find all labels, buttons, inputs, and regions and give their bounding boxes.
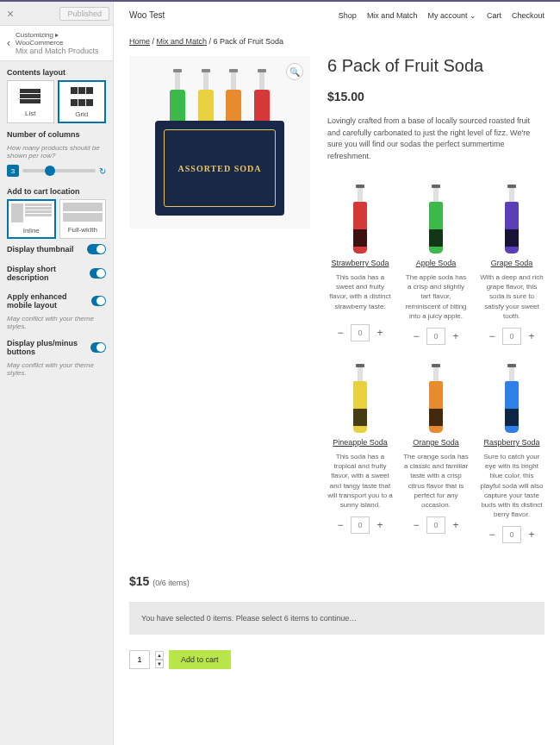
cart-location-fullwidth[interactable]: Full-width <box>59 199 107 239</box>
qty-stepper: ▲ ▼ <box>155 651 164 668</box>
variant-qty-row: − + <box>479 526 544 543</box>
nav-cart[interactable]: Cart <box>487 11 501 20</box>
breadcrumb-mix[interactable]: Mix and Match <box>157 37 208 46</box>
toggle-mobile-switch[interactable] <box>91 296 106 306</box>
product-info: 6 Pack of Fruit Soda $15.00 Lovingly cra… <box>327 56 544 543</box>
customizer-breadcrumb: Customizing ▸ WooCommerce Mix and Match … <box>16 31 106 55</box>
minus-button[interactable]: − <box>411 519 421 531</box>
main-nav: Shop Mix and Match My account ⌄ Cart Che… <box>339 11 544 20</box>
nav-mix[interactable]: Mix and Match <box>367 11 418 20</box>
total-price: $15 <box>129 574 149 588</box>
variant-item: Raspberry Soda Sure to catch your eye wi… <box>479 355 544 543</box>
minus-button[interactable]: − <box>411 330 421 342</box>
toggle-short-desc-switch[interactable] <box>90 268 106 279</box>
variant-item: Strawberry Soda This soda has a sweet an… <box>327 176 393 345</box>
variant-description: The apple soda has a crisp and slightly … <box>403 272 469 321</box>
inline-icon <box>11 203 52 224</box>
toggle-short-desc-label: Display short description <box>7 265 90 282</box>
back-arrow-icon[interactable]: ‹ <box>7 37 10 49</box>
toggle-mobile-layout: Apply enhanced mobile layout <box>0 287 113 315</box>
variant-description: The orange soda has a classic and famili… <box>403 452 469 510</box>
add-to-cart-button[interactable]: Add to cart <box>169 650 231 669</box>
variant-name-link[interactable]: Orange Soda <box>403 438 469 447</box>
nav-checkout[interactable]: Checkout <box>512 11 544 20</box>
variant-bottle <box>327 176 393 254</box>
toggle-plusminus-switch[interactable] <box>90 342 106 353</box>
close-icon[interactable]: × <box>3 7 17 21</box>
variants-grid: Strawberry Soda This soda has a sweet an… <box>327 176 544 543</box>
plus-button[interactable]: + <box>451 330 461 342</box>
customizer-panel: × Published ‹ Customizing ▸ WooCommerce … <box>0 2 114 745</box>
variant-qty-input[interactable] <box>351 516 370 534</box>
add-to-cart-row: ▲ ▼ Add to cart <box>114 642 560 678</box>
variant-qty-row: − + <box>479 328 544 345</box>
grid-label: Grid <box>61 110 103 118</box>
toggle-plusminus-hint: May conflict with your theme styles. <box>0 361 113 380</box>
columns-slider[interactable] <box>22 169 96 172</box>
variant-bottle <box>479 355 544 433</box>
cart-location-inline[interactable]: Inline <box>7 199 56 239</box>
qty-up-icon[interactable]: ▲ <box>155 651 164 660</box>
variant-item: Grape Soda With a deep and rich grape fl… <box>479 176 544 345</box>
minus-button[interactable]: − <box>335 327 345 339</box>
variant-qty-input[interactable] <box>426 516 445 534</box>
num-columns-hint: How many products should be shown per ro… <box>0 142 113 161</box>
columns-slider-row: 3 ↻ <box>0 161 113 180</box>
minus-button[interactable]: − <box>487 529 497 541</box>
variant-qty-input[interactable] <box>426 328 445 345</box>
reset-icon[interactable]: ↻ <box>99 166 106 176</box>
fullwidth-label: Full-width <box>63 226 103 234</box>
minus-button[interactable]: − <box>335 519 345 531</box>
site-header: Woo Test Shop Mix and Match My account ⌄… <box>114 2 560 28</box>
publish-button[interactable]: Published <box>59 7 109 21</box>
plus-button[interactable]: + <box>375 519 385 531</box>
variant-description: This soda has a sweet and fruity flavor,… <box>327 272 393 317</box>
variant-qty-row: − + <box>327 516 393 534</box>
toggle-thumbnail: Display thumbnail <box>0 239 113 260</box>
variant-description: This soda has a tropical and fruity flav… <box>327 452 393 510</box>
toggle-short-desc: Display short description <box>0 260 113 287</box>
minus-button[interactable]: − <box>487 330 497 342</box>
chevron-down-icon: ⌄ <box>470 11 476 20</box>
site-preview: Woo Test Shop Mix and Match My account ⌄… <box>114 2 560 745</box>
variant-qty-row: − + <box>403 328 469 345</box>
zoom-icon[interactable]: 🔍 <box>286 63 303 80</box>
plus-button[interactable]: + <box>451 519 461 531</box>
nav-shop[interactable]: Shop <box>339 11 357 20</box>
slider-thumb[interactable] <box>45 166 55 176</box>
product-price: $15.00 <box>327 90 544 103</box>
customizer-context: Customizing ▸ WooCommerce <box>16 31 106 47</box>
product-image[interactable]: 🔍 ASSORTED SODA <box>129 56 310 229</box>
variant-qty-input[interactable] <box>502 328 521 345</box>
plus-button[interactable]: + <box>526 529 537 541</box>
layout-options: List Grid <box>0 80 113 123</box>
breadcrumb-home[interactable]: Home <box>129 37 150 46</box>
num-columns-label: Number of columns <box>0 123 113 142</box>
nav-account[interactable]: My account ⌄ <box>427 11 476 20</box>
toggle-thumbnail-switch[interactable] <box>87 244 106 254</box>
site-title[interactable]: Woo Test <box>129 10 165 20</box>
customizer-header[interactable]: ‹ Customizing ▸ WooCommerce Mix and Matc… <box>0 26 113 61</box>
variant-qty-row: − + <box>403 516 469 534</box>
add-cart-location-label: Add to cart location <box>0 180 113 199</box>
layout-option-list[interactable]: List <box>7 80 54 123</box>
variant-name-link[interactable]: Grape Soda <box>479 259 544 267</box>
plus-button[interactable]: + <box>375 327 385 339</box>
variant-name-link[interactable]: Raspberry Soda <box>479 438 544 447</box>
grid-icon <box>69 85 95 108</box>
variant-name-link[interactable]: Pineapple Soda <box>327 438 393 447</box>
breadcrumb: Home / Mix and Match / 6 Pack of Fruit S… <box>114 28 560 46</box>
variant-qty-input[interactable] <box>502 526 521 543</box>
variant-qty-input[interactable] <box>351 324 370 341</box>
cart-quantity-input[interactable] <box>129 650 150 669</box>
variant-name-link[interactable]: Strawberry Soda <box>327 259 393 267</box>
variant-name-link[interactable]: Apple Soda <box>403 259 469 267</box>
plus-button[interactable]: + <box>526 330 537 342</box>
qty-down-icon[interactable]: ▼ <box>155 660 164 668</box>
variant-item: Apple Soda The apple soda has a crisp an… <box>403 176 469 345</box>
variant-bottle <box>403 176 469 254</box>
box-text: ASSORTED SODA <box>178 164 262 173</box>
variant-item: Orange Soda The orange soda has a classi… <box>403 355 469 543</box>
layout-option-grid[interactable]: Grid <box>58 80 107 123</box>
customizer-section-title: Mix and Match Products <box>16 47 106 55</box>
